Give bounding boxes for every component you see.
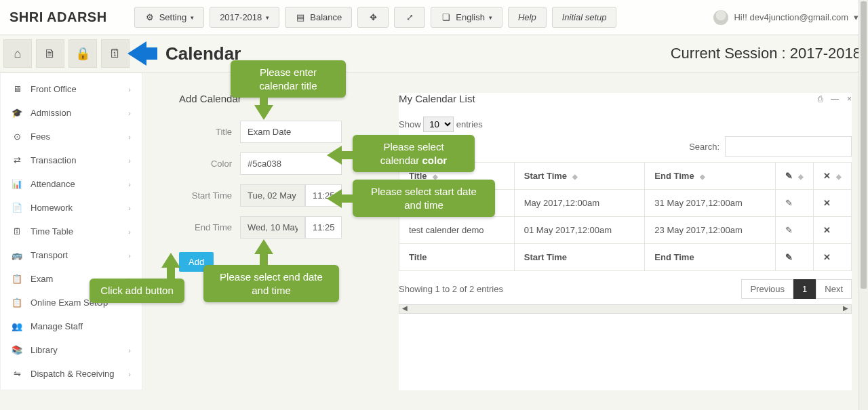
expand-icon: ✥ xyxy=(368,12,378,22)
start-label: Start Time xyxy=(179,190,232,201)
sidebar-item-library[interactable]: 📚Library› xyxy=(1,338,142,362)
arrow-down-icon xyxy=(254,105,273,120)
edit-icon[interactable]: ✎ xyxy=(785,225,793,235)
h-scrollbar[interactable] xyxy=(399,304,852,314)
list-heading: My Calendar List xyxy=(399,93,475,104)
arrows-icon: ⇋ xyxy=(12,369,22,379)
globe-icon: ❏ xyxy=(441,12,452,22)
arrow-left-icon xyxy=(327,189,342,208)
callout-start: Please select start date and time xyxy=(353,180,495,217)
edit-icon[interactable]: ✎ xyxy=(785,198,793,208)
page-1-button[interactable]: 1 xyxy=(793,279,816,299)
translate-icon[interactable]: 🗎 xyxy=(36,39,64,68)
grad-icon: 🎓 xyxy=(12,108,22,118)
color-label: Color xyxy=(179,159,232,169)
session-label: Current Session : 2017-2018 xyxy=(671,45,861,62)
edit-icon: ✎ xyxy=(785,171,793,181)
diag-icon: ⤢ xyxy=(404,12,415,22)
title-input[interactable] xyxy=(240,121,342,143)
page-title: Calendar xyxy=(165,43,241,64)
help-button[interactable]: Help xyxy=(508,7,547,28)
sidebar-item-manage-staff[interactable]: 👥Manage Staff xyxy=(1,314,142,338)
doc-icon: 📄 xyxy=(12,203,22,213)
sidebar-item-fees[interactable]: ⊙Fees› xyxy=(1,125,142,148)
end-time-input[interactable] xyxy=(305,216,342,239)
start-date-input[interactable] xyxy=(240,184,305,207)
v-scrollbar[interactable] xyxy=(859,0,868,390)
cal-icon: 🗓 xyxy=(12,226,22,237)
sidebar: 🖥Front Office› 🎓Admission› ⊙Fees› ⇄Trans… xyxy=(0,73,142,390)
initial-setup-button[interactable]: Initial setup xyxy=(552,7,617,28)
home-icon[interactable]: ⌂ xyxy=(3,39,32,68)
delete-icon: ✕ xyxy=(823,171,831,181)
entries-summary: Showing 1 to 2 of 2 entries xyxy=(399,284,503,294)
setting-button[interactable]: ⚙Setting▾ xyxy=(134,7,204,28)
chevron-down-icon: ▾ xyxy=(854,12,859,22)
sidebar-item-attendance[interactable]: 📊Attendance› xyxy=(1,172,142,196)
chart-icon: 📊 xyxy=(12,179,22,189)
gear-icon: ⚙ xyxy=(144,12,155,22)
close-icon[interactable]: × xyxy=(847,94,852,104)
table-row: test calender demo01 May 2017,12:00am23 … xyxy=(399,217,852,244)
delete-icon[interactable]: ✕ xyxy=(823,225,831,235)
callout-color: Please selectcalendar color xyxy=(353,135,475,172)
brand-title: SHRI ADARSH xyxy=(9,9,107,25)
edit-icon: ✎ xyxy=(785,252,793,262)
minimize-icon[interactable]: — xyxy=(831,94,839,104)
swap-icon: ⇄ xyxy=(12,155,22,165)
arrow-up-icon xyxy=(254,239,273,254)
callout-title: Please enter calendar title xyxy=(231,60,346,98)
fullscreen-button[interactable]: ✥ xyxy=(357,7,389,28)
delete-icon[interactable]: ✕ xyxy=(823,198,831,208)
sidebar-item-front-office[interactable]: 🖥Front Office› xyxy=(1,77,142,101)
user-menu[interactable]: Hi!! dev4junction@gmail.com ▾ xyxy=(713,10,859,25)
prev-button[interactable]: Previous xyxy=(741,279,793,299)
clip-icon: 📋 xyxy=(12,274,22,284)
next-button[interactable]: Next xyxy=(816,279,852,299)
resize-button[interactable]: ⤢ xyxy=(394,7,425,28)
callout-add: Click add button xyxy=(90,279,184,303)
monitor-icon: 🖥 xyxy=(12,84,22,94)
col-edit: ✎◆ xyxy=(776,163,814,190)
clip2-icon: 📋 xyxy=(12,298,22,308)
search-label: Search: xyxy=(689,142,719,152)
coin-icon: ⊙ xyxy=(12,131,22,142)
chevron-right-icon: › xyxy=(128,85,131,94)
col-end[interactable]: End Time◆ xyxy=(645,163,776,190)
sidebar-item-transaction[interactable]: ⇄Transaction› xyxy=(1,148,142,172)
sidebar-item-transport[interactable]: 🚌Transport› xyxy=(1,243,142,267)
user-greeting: Hi!! dev4junction@gmail.com xyxy=(734,12,848,22)
year-button[interactable]: 2017-2018▾ xyxy=(210,7,279,28)
avatar-icon xyxy=(713,10,728,25)
title-label: Title xyxy=(179,127,232,137)
col-start[interactable]: Start Time◆ xyxy=(514,163,645,190)
blue-arrow-icon xyxy=(127,41,146,66)
end-label: End Time xyxy=(179,222,232,232)
users-icon: 👥 xyxy=(12,321,22,331)
col-del: ✕◆ xyxy=(814,163,852,190)
print-icon[interactable]: ⎙ xyxy=(818,94,823,104)
search-input[interactable] xyxy=(725,136,852,157)
book-icon: 📚 xyxy=(12,345,22,355)
bus-icon: 🚌 xyxy=(12,250,22,260)
delete-icon: ✕ xyxy=(823,252,831,262)
sidebar-item-timetable[interactable]: 🗓Time Table› xyxy=(1,220,142,243)
language-button[interactable]: ❏English▾ xyxy=(431,7,502,28)
sidebar-item-homework[interactable]: 📄Homework› xyxy=(1,196,142,220)
calendar-icon[interactable]: 🗓 xyxy=(101,39,130,68)
balance-button[interactable]: ▤Balance xyxy=(285,7,352,28)
callout-end: Please select end date and time xyxy=(203,265,339,302)
sidebar-item-dispatch[interactable]: ⇋Dispatch & Receiving› xyxy=(1,362,142,386)
entries-select[interactable]: 10 xyxy=(423,117,454,132)
ledger-icon: ▤ xyxy=(295,12,306,22)
end-date-input[interactable] xyxy=(240,216,305,239)
arrow-left-icon xyxy=(327,146,342,165)
lock-icon[interactable]: 🔒 xyxy=(68,39,97,68)
sidebar-item-admission[interactable]: 🎓Admission› xyxy=(1,101,142,125)
arrow-up-icon xyxy=(161,253,180,268)
